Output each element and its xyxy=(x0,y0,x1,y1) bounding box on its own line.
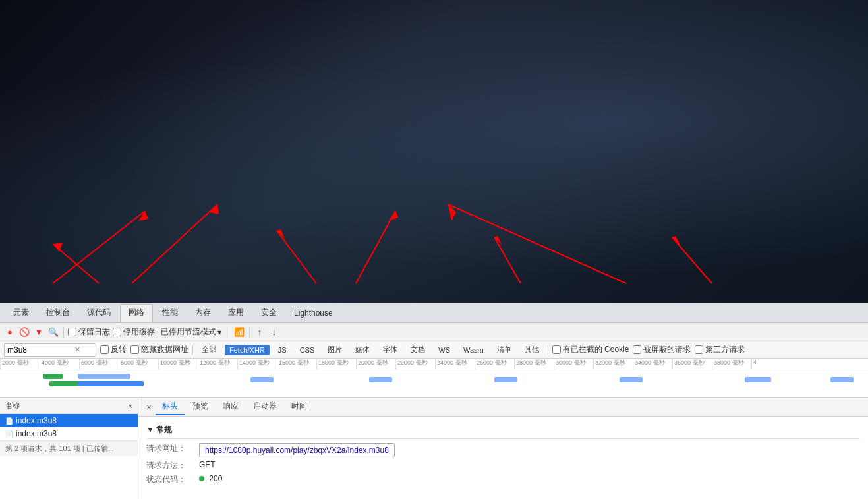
filter-clear-button[interactable]: ✕ xyxy=(73,345,82,354)
section-title-text: ▼ 常规 xyxy=(146,425,172,436)
url-value[interactable]: https://1080p.huyall.com/play/zbqxVX2a/i… xyxy=(199,443,395,457)
timeline-bars xyxy=(0,370,868,398)
tick-2: 6000 毫秒 xyxy=(79,359,119,370)
filter-manifest[interactable]: 清单 xyxy=(492,343,516,356)
detail-row-method: 请求方法： GET xyxy=(146,459,860,473)
search-button[interactable]: 🔍 xyxy=(47,326,59,338)
detail-row-status: 状态代码： 200 xyxy=(146,473,860,486)
timeline-bar-1 xyxy=(43,374,63,379)
detail-tab-headers[interactable]: 标头 xyxy=(156,399,185,415)
filter-sep-2 xyxy=(548,345,548,355)
file-list-header-label: 名称 xyxy=(5,401,20,411)
filter-ws[interactable]: WS xyxy=(434,345,455,355)
filter-other[interactable]: 其他 xyxy=(520,343,544,356)
cookie-checkbox[interactable] xyxy=(552,345,561,354)
file-item-0[interactable]: 📄 index.m3u8 xyxy=(0,414,138,427)
tab-console[interactable]: 控制台 xyxy=(38,304,78,322)
detail-tab-initiator[interactable]: 启动器 xyxy=(246,399,283,415)
filter-fetch-xhr[interactable]: Fetch/XHR xyxy=(225,345,270,355)
timeline-bar-4 xyxy=(78,381,144,386)
tick-5: 12000 毫秒 xyxy=(198,359,237,370)
preserve-log-checkbox[interactable] xyxy=(68,328,76,336)
timeline-bar-7 xyxy=(494,377,517,382)
timeline-area[interactable]: 2000 毫秒 4000 毫秒 6000 毫秒 8000 毫秒 10000 毫秒… xyxy=(0,359,868,398)
status-value: 200 xyxy=(199,474,222,483)
blocked-label[interactable]: 被屏蔽的请求 xyxy=(633,344,691,355)
hide-data-label[interactable]: 隐藏数据网址 xyxy=(130,344,188,355)
blocked-checkbox[interactable] xyxy=(633,345,641,354)
detail-tab-preview[interactable]: 预览 xyxy=(186,399,215,415)
timeline-bar-2 xyxy=(49,381,79,386)
stop-button[interactable]: 🚫 xyxy=(18,326,30,338)
throttle-dropdown[interactable]: 已停用节流模式 ▾ xyxy=(158,325,225,339)
tab-application[interactable]: 应用 xyxy=(220,304,252,322)
preserve-log-label[interactable]: 保留日志 xyxy=(68,326,110,338)
tick-13: 28000 毫秒 xyxy=(514,359,554,370)
filter-button[interactable]: ▼ xyxy=(33,326,45,338)
tick-18: 38000 毫秒 xyxy=(712,359,751,370)
detail-tab-timing[interactable]: 时间 xyxy=(285,399,314,415)
reverse-text: 反转 xyxy=(111,344,127,355)
blocked-text: 被屏蔽的请求 xyxy=(643,344,691,355)
reverse-label[interactable]: 反转 xyxy=(100,344,127,355)
detail-content: ▼ 常规 请求网址： https://1080p.huyall.com/play… xyxy=(138,417,868,492)
filter-all[interactable]: 全部 xyxy=(197,343,221,356)
timeline-bar-3 xyxy=(78,374,130,379)
timeline-bar-8 xyxy=(620,377,643,382)
filter-js[interactable]: JS xyxy=(274,345,291,355)
video-background xyxy=(0,0,868,303)
tab-performance[interactable]: 性能 xyxy=(154,304,186,322)
tab-network[interactable]: 网络 xyxy=(120,304,153,322)
toolbar-separator-2 xyxy=(229,327,229,338)
disable-cache-label[interactable]: 停用缓存 xyxy=(113,326,155,338)
tick-0: 2000 毫秒 xyxy=(0,359,40,370)
filter-input[interactable] xyxy=(7,345,73,355)
tick-4: 10000 毫秒 xyxy=(158,359,198,370)
status-code: 200 xyxy=(209,474,222,483)
filter-wasm[interactable]: Wasm xyxy=(459,345,488,355)
method-label: 请求方法： xyxy=(146,460,199,471)
tab-security[interactable]: 安全 xyxy=(253,304,285,322)
detail-close-button[interactable]: × xyxy=(144,402,154,413)
cookie-text: 有已拦截的 Cookie xyxy=(563,344,629,355)
cookie-label[interactable]: 有已拦截的 Cookie xyxy=(552,344,629,355)
third-party-label[interactable]: 第三方请求 xyxy=(695,344,745,355)
filter-doc[interactable]: 文档 xyxy=(406,343,430,356)
import-button[interactable]: ↑ xyxy=(254,326,266,338)
tick-12: 26000 毫秒 xyxy=(475,359,514,370)
disable-cache-checkbox[interactable] xyxy=(113,328,121,336)
network-toolbar: ● 🚫 ▼ 🔍 保留日志 停用缓存 已停用节流模式 ▾ 📶 ↑ ↓ xyxy=(0,323,868,341)
filter-input-wrapper: ✕ xyxy=(4,343,96,357)
toolbar-separator-1 xyxy=(63,327,64,338)
detail-row-url: 请求网址： https://1080p.huyall.com/play/zbqx… xyxy=(146,442,860,459)
filter-media[interactable]: 媒体 xyxy=(351,343,374,356)
filter-bar: ✕ 反转 隐藏数据网址 全部 Fetch/XHR JS CSS 图片 媒体 字体… xyxy=(0,341,868,359)
wifi-icon[interactable]: 📶 xyxy=(233,326,245,338)
tab-memory[interactable]: 内存 xyxy=(187,304,219,322)
method-value: GET xyxy=(199,460,216,469)
tick-8: 18000 毫秒 xyxy=(316,359,356,370)
status-label: 状态代码： xyxy=(146,474,199,485)
tab-sources[interactable]: 源代码 xyxy=(79,304,119,322)
filter-font[interactable]: 字体 xyxy=(378,343,402,356)
record-button[interactable]: ● xyxy=(4,326,16,338)
filter-img[interactable]: 图片 xyxy=(323,343,347,356)
timeline-ruler: 2000 毫秒 4000 毫秒 6000 毫秒 8000 毫秒 10000 毫秒… xyxy=(0,359,868,370)
third-party-checkbox[interactable] xyxy=(695,345,703,354)
third-party-text: 第三方请求 xyxy=(705,344,745,355)
disable-cache-text: 停用缓存 xyxy=(123,326,155,338)
file-item-1[interactable]: 📄 index.m3u8 xyxy=(0,427,138,440)
tab-lighthouse[interactable]: Lighthouse xyxy=(286,304,341,322)
toolbar-separator-3 xyxy=(249,327,250,338)
filter-css[interactable]: CSS xyxy=(295,345,320,355)
export-button[interactable]: ↓ xyxy=(268,326,280,338)
file-list-close[interactable]: × xyxy=(129,402,132,410)
detail-tab-response[interactable]: 响应 xyxy=(216,399,245,415)
file-icon-0: 📄 xyxy=(5,417,13,425)
tab-elements[interactable]: 元素 xyxy=(5,304,37,322)
hide-data-checkbox[interactable] xyxy=(130,345,139,354)
reverse-checkbox[interactable] xyxy=(100,345,109,354)
tick-9: 20000 毫秒 xyxy=(356,359,395,370)
preserve-log-text: 保留日志 xyxy=(78,326,110,338)
timeline-bar-9 xyxy=(745,377,771,382)
